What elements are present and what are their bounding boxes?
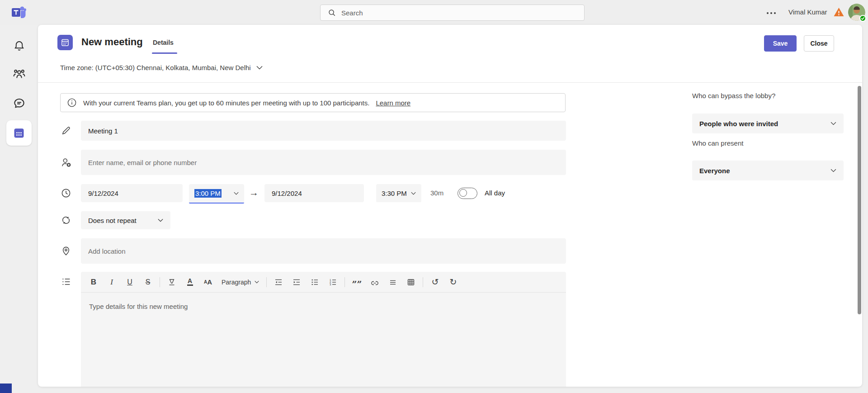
- outdent-button[interactable]: [272, 275, 285, 289]
- search-placeholder: Search: [341, 9, 363, 17]
- warning-icon[interactable]: [833, 7, 844, 17]
- description-editor: B I U S A A A Paragraph: [81, 272, 566, 387]
- avatar[interactable]: [848, 4, 865, 21]
- meeting-title-input[interactable]: [81, 121, 566, 141]
- highlighter-icon: [167, 278, 176, 287]
- insert-table-button[interactable]: [405, 275, 417, 289]
- table-icon: [406, 278, 415, 287]
- chevron-down-icon: [411, 192, 416, 195]
- toolbar-separator: [266, 277, 267, 287]
- font-color-button[interactable]: A: [184, 275, 196, 289]
- numbered-list-button[interactable]: 1 2 3: [326, 275, 339, 289]
- description-placeholder[interactable]: Type details for this new meeting: [81, 293, 566, 320]
- start-time-dropdown[interactable]: 3:00 PM: [189, 184, 244, 204]
- person-add-icon: [61, 157, 71, 168]
- indent-icon: [292, 278, 301, 287]
- end-date-field[interactable]: [264, 184, 364, 202]
- chevron-down-icon: [255, 280, 259, 284]
- toolbar-separator: [160, 277, 160, 287]
- chevron-down-icon: [158, 218, 163, 222]
- location-pin-icon: [61, 246, 71, 256]
- top-bar: Search Vimal Kumar: [0, 0, 868, 25]
- font-size-button[interactable]: A A: [202, 275, 214, 289]
- chevron-down-icon: [830, 169, 836, 172]
- sidebar-item-chat[interactable]: [0, 97, 38, 110]
- new-meeting-panel: New meeting Details Save Close Time zone…: [38, 25, 862, 387]
- presence-available-badge: [859, 15, 866, 22]
- chevron-down-icon: [234, 192, 239, 195]
- save-button[interactable]: Save: [764, 35, 797, 52]
- insert-link-button[interactable]: [368, 275, 381, 289]
- location-input[interactable]: [81, 238, 566, 264]
- toggle-knob: [459, 189, 467, 197]
- italic-button[interactable]: I: [105, 275, 118, 289]
- search-icon: [328, 9, 336, 17]
- background-window-fragment: [0, 384, 12, 393]
- toolbar-separator: [423, 277, 423, 287]
- calendar-icon: [12, 126, 26, 140]
- blockquote-button[interactable]: ””: [350, 275, 363, 289]
- repeat-dropdown[interactable]: Does not repeat: [81, 211, 170, 229]
- attendees-input[interactable]: [81, 150, 566, 175]
- svg-text:3: 3: [330, 283, 331, 286]
- tab-details[interactable]: Details: [153, 39, 174, 46]
- vertical-scrollbar[interactable]: [858, 86, 861, 314]
- close-button[interactable]: Close: [804, 35, 834, 52]
- bold-button[interactable]: B: [87, 275, 100, 289]
- user-name: Vimal Kumar: [788, 8, 827, 16]
- clock-icon: [61, 188, 71, 199]
- attendees-field[interactable]: [81, 150, 566, 175]
- chevron-down-icon: [256, 66, 263, 70]
- repeat-value: Does not repeat: [88, 217, 137, 224]
- strikethrough-button[interactable]: S: [142, 275, 154, 289]
- tab-active-underline: [152, 52, 177, 54]
- end-date-input[interactable]: [264, 184, 364, 202]
- location-field[interactable]: [81, 238, 566, 264]
- horizontal-rule-button[interactable]: [387, 275, 399, 289]
- repeat-icon: [61, 215, 71, 226]
- end-time-value: 3:30 PM: [382, 189, 407, 197]
- people-group-icon: [12, 68, 26, 80]
- agenda-list-icon: [61, 276, 71, 287]
- lobby-dropdown[interactable]: People who were invited: [692, 114, 844, 133]
- toolbar-separator: [344, 277, 345, 287]
- start-date-input[interactable]: [81, 184, 183, 202]
- present-dropdown[interactable]: Everyone: [692, 161, 844, 180]
- meeting-title-field[interactable]: [81, 121, 566, 141]
- app-rail: [0, 25, 38, 393]
- sidebar-item-teams[interactable]: [0, 68, 38, 80]
- paragraph-style-dropdown[interactable]: Paragraph: [220, 275, 261, 289]
- all-day-label: All day: [485, 189, 505, 197]
- pencil-icon: [61, 125, 71, 136]
- sidebar-item-activity[interactable]: [0, 40, 38, 52]
- chat-icon: [13, 97, 26, 110]
- all-day-toggle[interactable]: [458, 188, 477, 199]
- arrow-right-icon: →: [249, 187, 259, 198]
- sidebar-item-calendar-active[interactable]: [6, 120, 32, 146]
- bell-icon: [13, 40, 25, 52]
- bullet-list-button[interactable]: [308, 275, 321, 289]
- numbered-list-icon: 1 2 3: [328, 278, 337, 287]
- start-date-field[interactable]: [81, 184, 183, 202]
- plan-info-banner: With your current Teams plan, you get up…: [60, 93, 566, 112]
- underline-button[interactable]: U: [123, 275, 136, 289]
- more-options-button[interactable]: [765, 8, 778, 18]
- editor-toolbar: B I U S A A A Paragraph: [81, 272, 566, 293]
- undo-button[interactable]: ↺: [429, 275, 441, 289]
- end-time-dropdown[interactable]: 3:30 PM: [376, 184, 421, 202]
- chevron-down-icon: [830, 122, 836, 125]
- redo-button[interactable]: ↻: [447, 275, 459, 289]
- learn-more-link[interactable]: Learn more: [376, 99, 410, 107]
- meeting-app-icon: [57, 35, 73, 50]
- lobby-label: Who can bypass the lobby?: [692, 92, 775, 99]
- search-input[interactable]: Search: [320, 5, 585, 21]
- page-title: New meeting: [81, 36, 143, 48]
- indent-button[interactable]: [290, 275, 303, 289]
- highlight-button[interactable]: [165, 275, 178, 289]
- teams-logo-icon: [11, 5, 26, 20]
- timezone-label: Time zone: (UTC+05:30) Chennai, Kolkata,…: [60, 64, 251, 71]
- timezone-selector[interactable]: Time zone: (UTC+05:30) Chennai, Kolkata,…: [60, 64, 263, 71]
- present-value: Everyone: [699, 167, 730, 175]
- datetime-row: 3:00 PM → 3:30 PM 30m All day: [81, 184, 566, 204]
- info-icon: [67, 98, 77, 108]
